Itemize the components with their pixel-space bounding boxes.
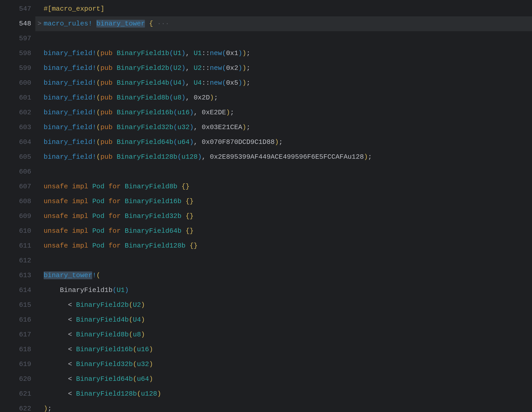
code-line[interactable]: 613 binary_tower!( — [0, 268, 532, 283]
code-token: 0x2E895399AF449ACE499596F6E5FCCAFAu128 — [210, 153, 364, 161]
code-content[interactable]: macro_rules! binary_tower { ··· — [44, 16, 532, 31]
code-content[interactable]: binary_tower!( — [44, 268, 532, 283]
code-token: unsafe — [44, 197, 68, 205]
fold-marker — [35, 135, 44, 150]
code-line[interactable]: 600 binary_field!(pub BinaryField4b(U4),… — [0, 76, 532, 90]
line-number[interactable]: 602 — [0, 105, 35, 120]
fold-marker[interactable]: > — [35, 16, 44, 31]
code-line[interactable]: 597 — [0, 31, 532, 46]
fold-marker — [35, 387, 44, 401]
line-number[interactable]: 605 — [0, 150, 35, 164]
code-content[interactable]: unsafe impl Pod for BinaryField32b {} — [44, 209, 532, 224]
line-number[interactable]: 547 — [0, 2, 35, 16]
code-content[interactable]: unsafe impl Pod for BinaryField8b {} — [44, 179, 532, 194]
line-number[interactable]: 599 — [0, 61, 35, 76]
code-content[interactable]: binary_field!(pub BinaryField2b(U2), U2:… — [44, 61, 532, 76]
code-content[interactable]: unsafe impl Pod for BinaryField64b {} — [44, 224, 532, 238]
code-content[interactable]: BinaryField1b(U1) — [44, 283, 532, 298]
code-content[interactable]: #[macro_export] — [44, 2, 532, 16]
line-number[interactable]: 606 — [0, 164, 35, 179]
line-number[interactable]: 613 — [0, 268, 35, 283]
line-number[interactable]: 618 — [0, 342, 35, 357]
line-number[interactable]: 620 — [0, 372, 35, 387]
code-content[interactable]: binary_field!(pub BinaryField64b(u64), 0… — [44, 135, 532, 150]
line-number[interactable]: 619 — [0, 357, 35, 372]
code-line[interactable]: 603 binary_field!(pub BinaryField32b(u32… — [0, 120, 532, 135]
code-token: pub — [100, 153, 112, 161]
code-content[interactable]: binary_field!(pub BinaryField1b(U1), U1:… — [44, 46, 532, 61]
code-content[interactable]: < BinaryField4b(U4) — [44, 313, 532, 327]
code-content[interactable]: binary_field!(pub BinaryField32b(u32), 0… — [44, 120, 532, 135]
code-line[interactable]: 548>macro_rules! binary_tower { ··· — [0, 16, 532, 31]
code-editor[interactable]: 547 #[macro_export]548>macro_rules! bina… — [0, 0, 532, 412]
code-content[interactable]: < BinaryField32b(u32) — [44, 357, 532, 372]
code-content[interactable]: < BinaryField128b(u128) — [44, 387, 532, 401]
code-line[interactable]: 617 < BinaryField8b(u8) — [0, 327, 532, 342]
code-content[interactable]: unsafe impl Pod for BinaryField16b {} — [44, 194, 532, 209]
code-line[interactable]: 605 binary_field!(pub BinaryField128b(u1… — [0, 150, 532, 164]
code-line[interactable]: 604 binary_field!(pub BinaryField64b(u64… — [0, 135, 532, 150]
code-line[interactable]: 618 < BinaryField16b(u16) — [0, 342, 532, 357]
line-number[interactable]: 600 — [0, 76, 35, 90]
code-line[interactable]: 616 < BinaryField4b(U4) — [0, 313, 532, 327]
code-token: ) — [182, 79, 186, 87]
line-number[interactable]: 610 — [0, 224, 35, 238]
code-content[interactable]: binary_field!(pub BinaryField8b(u8), 0x2… — [44, 90, 532, 105]
code-content[interactable]: < BinaryField2b(U2) — [44, 298, 532, 313]
code-line[interactable]: 615 < BinaryField2b(U2) — [0, 298, 532, 313]
line-number[interactable]: 621 — [0, 387, 35, 401]
line-number[interactable]: 608 — [0, 194, 35, 209]
line-number[interactable]: 612 — [0, 253, 35, 268]
code-content[interactable]: binary_field!(pub BinaryField16b(u16), 0… — [44, 105, 532, 120]
code-line[interactable]: 609 unsafe impl Pod for BinaryField32b {… — [0, 209, 532, 224]
code-line[interactable]: 608 unsafe impl Pod for BinaryField16b {… — [0, 194, 532, 209]
code-line[interactable]: 614 BinaryField1b(U1) — [0, 283, 532, 298]
code-line[interactable]: 620 < BinaryField64b(u64) — [0, 372, 532, 387]
fold-marker — [35, 283, 44, 298]
code-token: Pod — [92, 197, 104, 205]
code-content[interactable]: ); — [44, 401, 532, 412]
code-line[interactable]: 612 — [0, 253, 532, 268]
code-line[interactable]: 611 unsafe impl Pod for BinaryField128b … — [0, 238, 532, 253]
line-number[interactable]: 548 — [0, 16, 35, 31]
code-line[interactable]: 610 unsafe impl Pod for BinaryField64b {… — [0, 224, 532, 238]
code-token: ( — [169, 79, 174, 87]
line-number[interactable]: 609 — [0, 209, 35, 224]
line-number[interactable]: 601 — [0, 90, 35, 105]
code-content[interactable]: < BinaryField16b(u16) — [44, 342, 532, 357]
line-number[interactable]: 617 — [0, 327, 35, 342]
code-token — [68, 183, 72, 190]
code-token: u64 — [137, 375, 149, 383]
code-content[interactable]: < BinaryField64b(u64) — [44, 372, 532, 387]
code-line[interactable]: 598 binary_field!(pub BinaryField1b(U1),… — [0, 46, 532, 61]
code-token — [68, 227, 72, 235]
code-line[interactable]: 602 binary_field!(pub BinaryField16b(u16… — [0, 105, 532, 120]
code-line[interactable]: 606 — [0, 164, 532, 179]
code-token: < — [60, 301, 76, 309]
code-line[interactable]: 621 < BinaryField128b(u128) — [0, 387, 532, 401]
code-content[interactable]: binary_field!(pub BinaryField128b(u128),… — [44, 150, 532, 164]
code-token: ( — [137, 390, 141, 398]
line-number[interactable]: 607 — [0, 179, 35, 194]
code-content[interactable]: binary_field!(pub BinaryField4b(U4), U4:… — [44, 76, 532, 90]
code-line[interactable]: 607 unsafe impl Pod for BinaryField8b {} — [0, 179, 532, 194]
line-number[interactable]: 616 — [0, 313, 35, 327]
code-token: ) — [44, 405, 48, 412]
code-content[interactable]: < BinaryField8b(u8) — [44, 327, 532, 342]
line-number[interactable]: 604 — [0, 135, 35, 150]
line-number[interactable]: 611 — [0, 238, 35, 253]
code-line[interactable]: 547 #[macro_export] — [0, 2, 532, 16]
code-line[interactable]: 601 binary_field!(pub BinaryField8b(u8),… — [0, 90, 532, 105]
line-number[interactable]: 603 — [0, 120, 35, 135]
line-number[interactable]: 598 — [0, 46, 35, 61]
code-token: new — [210, 79, 222, 87]
code-line[interactable]: 599 binary_field!(pub BinaryField2b(U2),… — [0, 61, 532, 76]
code-line[interactable]: 619 < BinaryField32b(u32) — [0, 357, 532, 372]
code-line[interactable]: 622 ); — [0, 401, 532, 412]
line-number[interactable]: 597 — [0, 31, 35, 46]
line-number[interactable]: 614 — [0, 283, 35, 298]
code-token — [68, 212, 72, 220]
code-content[interactable]: unsafe impl Pod for BinaryField128b {} — [44, 238, 532, 253]
line-number[interactable]: 615 — [0, 298, 35, 313]
line-number[interactable]: 622 — [0, 401, 35, 412]
